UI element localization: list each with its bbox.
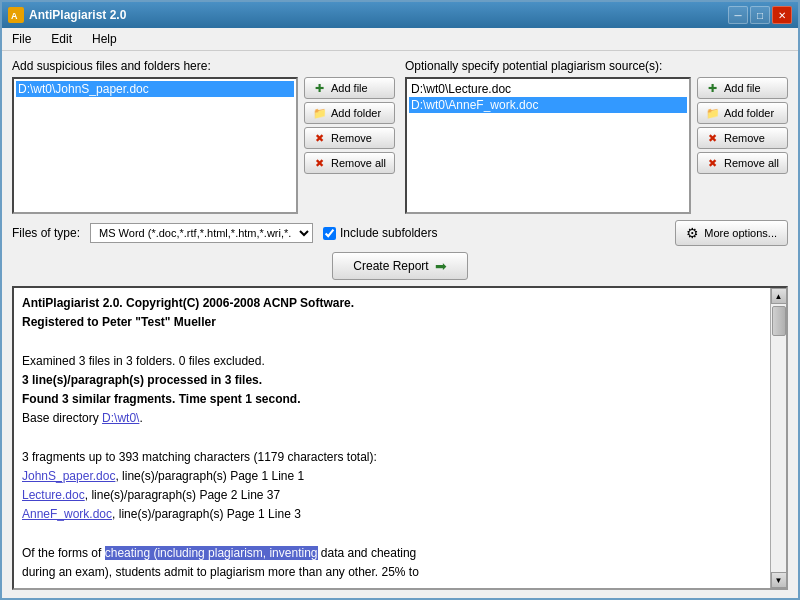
filetype-label: Files of type:: [12, 226, 80, 240]
left-panel: Add suspicious files and folders here: D…: [12, 59, 395, 214]
right-remove-label: Remove: [724, 132, 765, 144]
right-add-folder-label: Add folder: [724, 107, 774, 119]
create-report-button[interactable]: Create Report ➡: [332, 252, 467, 280]
right-remove-all-label: Remove all: [724, 157, 779, 169]
remove-all-icon: ✖: [313, 156, 327, 170]
maximize-button[interactable]: □: [750, 6, 770, 24]
output-line: Lecture.doc, line(s)/paragraph(s) Page 2…: [22, 486, 762, 505]
remove-icon: ✖: [313, 131, 327, 145]
add-file-icon: ✚: [706, 81, 720, 95]
more-options-button[interactable]: ⚙ More options...: [675, 220, 788, 246]
minimize-button[interactable]: ─: [728, 6, 748, 24]
menu-file[interactable]: File: [8, 30, 35, 48]
suspicious-files-list[interactable]: D:\wt0\JohnS_paper.doc: [12, 77, 298, 214]
title-bar-left: A AntiPlagiarist 2.0: [8, 7, 126, 23]
output-line: during an exam), students admit to plagi…: [22, 563, 762, 582]
remove-icon: ✖: [706, 131, 720, 145]
include-subfolders-text: Include subfolders: [340, 226, 437, 240]
output-line-text: Found 3 similar fragments. Time spent 1 …: [22, 392, 301, 406]
scroll-up-arrow[interactable]: ▲: [771, 288, 787, 304]
menu-edit[interactable]: Edit: [47, 30, 76, 48]
left-btn-group: ✚ Add file 📁 Add folder ✖ Remove ✖: [304, 77, 395, 214]
options-row: Files of type: MS Word (*.doc,*.rtf,*.ht…: [12, 220, 788, 246]
window-title: AntiPlagiarist 2.0: [29, 8, 126, 22]
add-folder-icon: 📁: [313, 106, 327, 120]
main-window: A AntiPlagiarist 2.0 ─ □ ✕ File Edit Hel…: [0, 0, 800, 600]
output-line: 3 line(s)/paragraph(s) processed in 3 fi…: [22, 371, 762, 390]
close-button[interactable]: ✕: [772, 6, 792, 24]
output-line: Examined 3 files in 3 folders. 0 files e…: [22, 352, 762, 371]
right-panel: Optionally specify potential plagiarism …: [405, 59, 788, 214]
output-line: AnneF_work.doc, line(s)/paragraph(s) Pag…: [22, 505, 762, 524]
list-item[interactable]: D:\wt0\JohnS_paper.doc: [16, 81, 294, 97]
right-remove-button[interactable]: ✖ Remove: [697, 127, 788, 149]
app-icon: A: [8, 7, 24, 23]
output-line: Registered to Peter "Test" Mueller: [22, 313, 762, 332]
output-line-text: Registered to Peter "Test" Mueller: [22, 315, 216, 329]
left-remove-button[interactable]: ✖ Remove: [304, 127, 395, 149]
left-remove-all-button[interactable]: ✖ Remove all: [304, 152, 395, 174]
title-controls: ─ □ ✕: [728, 6, 792, 24]
right-btn-group: ✚ Add file 📁 Add folder ✖ Remove ✖: [697, 77, 788, 214]
svg-text:A: A: [11, 11, 18, 21]
output-line: Of the forms of cheating (including plag…: [22, 544, 762, 563]
left-remove-label: Remove: [331, 132, 372, 144]
menu-help[interactable]: Help: [88, 30, 121, 48]
gear-icon: ⚙: [686, 225, 699, 241]
panels-row: Add suspicious files and folders here: D…: [12, 59, 788, 214]
right-panel-inner: D:\wt0\Lecture.doc D:\wt0\AnneF_work.doc…: [405, 77, 788, 214]
lecture-link[interactable]: Lecture.doc: [22, 488, 85, 502]
filetype-select[interactable]: MS Word (*.doc,*.rtf,*.html,*.htm,*.wri,…: [90, 223, 313, 243]
left-add-folder-button[interactable]: 📁 Add folder: [304, 102, 395, 124]
more-options-label: More options...: [704, 227, 777, 239]
main-content: Add suspicious files and folders here: D…: [2, 51, 798, 598]
right-remove-all-button[interactable]: ✖ Remove all: [697, 152, 788, 174]
scroll-down-arrow[interactable]: ▼: [771, 572, 787, 588]
output-line: JohnS_paper.doc, line(s)/paragraph(s) Pa…: [22, 467, 762, 486]
output-line: Found 3 similar fragments. Time spent 1 …: [22, 390, 762, 409]
johns-paper-link[interactable]: JohnS_paper.doc: [22, 469, 115, 483]
output-text: AntiPlagiarist 2.0. Copyright(C) 2006-20…: [22, 294, 762, 582]
scroll-thumb[interactable]: [772, 306, 786, 336]
left-panel-inner: D:\wt0\JohnS_paper.doc ✚ Add file 📁 Add …: [12, 77, 395, 214]
output-wrapper: AntiPlagiarist 2.0. Copyright(C) 2006-20…: [12, 286, 788, 590]
output-line: AntiPlagiarist 2.0. Copyright(C) 2006-20…: [22, 294, 762, 313]
list-item[interactable]: D:\wt0\Lecture.doc: [409, 81, 687, 97]
menu-bar: File Edit Help: [2, 28, 798, 51]
right-panel-label: Optionally specify potential plagiarism …: [405, 59, 788, 73]
highlight-text: cheating (including plagiarism, inventin…: [105, 546, 318, 560]
output-line: 3 fragments up to 393 matching character…: [22, 448, 762, 467]
output-scrollbar: ▲ ▼: [770, 288, 786, 588]
list-item[interactable]: D:\wt0\AnneF_work.doc: [409, 97, 687, 113]
annef-work-link[interactable]: AnneF_work.doc: [22, 507, 112, 521]
output-line-text: 3 line(s)/paragraph(s) processed in 3 fi…: [22, 373, 262, 387]
output-line: Base directory D:\wt0\.: [22, 409, 762, 428]
create-report-icon: ➡: [435, 258, 447, 274]
left-panel-label: Add suspicious files and folders here:: [12, 59, 395, 73]
add-folder-icon: 📁: [706, 106, 720, 120]
output-line-text: AntiPlagiarist 2.0. Copyright(C) 2006-20…: [22, 296, 354, 310]
left-add-file-button[interactable]: ✚ Add file: [304, 77, 395, 99]
remove-all-icon: ✖: [706, 156, 720, 170]
left-add-file-label: Add file: [331, 82, 368, 94]
add-file-icon: ✚: [313, 81, 327, 95]
source-files-list[interactable]: D:\wt0\Lecture.doc D:\wt0\AnneF_work.doc: [405, 77, 691, 214]
output-panel: AntiPlagiarist 2.0. Copyright(C) 2006-20…: [14, 288, 770, 588]
title-bar: A AntiPlagiarist 2.0 ─ □ ✕: [2, 2, 798, 28]
right-add-folder-button[interactable]: 📁 Add folder: [697, 102, 788, 124]
include-subfolders-label: Include subfolders: [323, 226, 437, 240]
base-dir-link[interactable]: D:\wt0\: [102, 411, 139, 425]
left-remove-all-label: Remove all: [331, 157, 386, 169]
left-add-folder-label: Add folder: [331, 107, 381, 119]
right-add-file-label: Add file: [724, 82, 761, 94]
include-subfolders-checkbox[interactable]: [323, 227, 336, 240]
right-add-file-button[interactable]: ✚ Add file: [697, 77, 788, 99]
create-report-label: Create Report: [353, 259, 428, 273]
create-report-row: Create Report ➡: [12, 252, 788, 280]
